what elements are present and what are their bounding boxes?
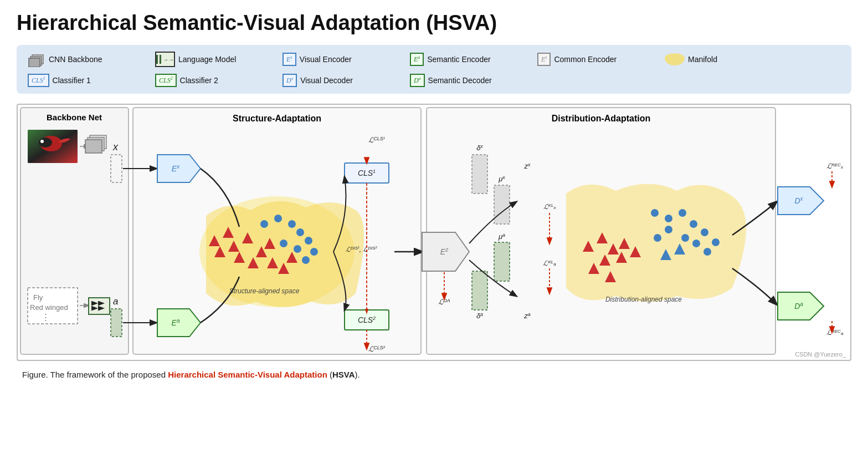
cls2-icon: CLS2 xyxy=(155,74,177,87)
caption-suffix: ). xyxy=(355,370,360,379)
svg-point-43 xyxy=(296,228,304,236)
legend-bar: CNN Backbone →→ Language Model Ex Visual… xyxy=(17,45,851,94)
svg-rect-62 xyxy=(472,271,487,310)
dist-aligned-label: Distribution-aligned space xyxy=(605,296,682,303)
legend-semantic-decoder: Da Semantic Decoder xyxy=(410,74,521,87)
svg-point-41 xyxy=(274,215,282,222)
legend-cnn-label: CNN Backbone xyxy=(49,55,102,64)
svg-point-75 xyxy=(665,215,672,222)
svg-rect-16 xyxy=(89,298,110,314)
legend-cls1-label: Classifier 1 xyxy=(53,76,91,85)
legend-cnn-backbone: CNN Backbone xyxy=(28,52,138,67)
legend-visual-decoder: Dx Visual Decoder xyxy=(283,74,393,87)
lang-model-icon: →→ xyxy=(155,52,175,67)
svg-point-8 xyxy=(40,140,44,143)
svg-rect-63 xyxy=(494,242,510,281)
svg-point-78 xyxy=(701,228,708,236)
svg-point-47 xyxy=(310,248,318,256)
cnn-icon xyxy=(28,52,45,67)
svg-point-44 xyxy=(305,237,312,245)
svg-point-48 xyxy=(302,256,310,264)
svg-point-74 xyxy=(651,209,659,217)
svg-point-83 xyxy=(654,234,661,242)
svg-point-42 xyxy=(288,220,296,228)
svg-rect-21 xyxy=(111,309,122,337)
svg-point-82 xyxy=(665,226,672,233)
loss-rec-a: ℒRECa xyxy=(826,328,844,337)
legend-classifier1: CLS1 Classifier 1 xyxy=(28,74,138,87)
caption-bold: HSVA xyxy=(332,370,355,379)
svg-point-81 xyxy=(703,248,711,256)
page-title: Hierarchical Semantic-Visual Adaptation … xyxy=(17,11,851,35)
legend-row-2: CLS1 Classifier 1 CLS2 Classifier 2 Dx V… xyxy=(28,74,840,87)
svg-point-80 xyxy=(681,234,689,242)
vd-icon: Dx xyxy=(283,74,297,87)
diagram-svg: Backbone Net x Fly xyxy=(18,105,852,358)
legend-classifier2: CLS2 Classifier 2 xyxy=(155,74,266,87)
svg-rect-2 xyxy=(29,58,40,67)
sd-icon: Da xyxy=(410,74,425,87)
legend-cls2-label: Classifier 2 xyxy=(180,76,218,85)
struct-title: Structure-Adaptation xyxy=(233,114,321,123)
caption-middle: ( xyxy=(327,370,332,379)
legend-vd-label: Visual Decoder xyxy=(300,76,353,85)
common-encoder-icon: Ez xyxy=(537,53,551,66)
svg-rect-59 xyxy=(472,155,487,194)
legend-manifold: Manifold xyxy=(665,53,775,65)
svg-point-79 xyxy=(692,240,700,247)
caption-highlight: Hierarchical Semantic-Visual Adaptation xyxy=(168,370,327,379)
legend-semantic-encoder: Ea Semantic Encoder xyxy=(410,53,521,66)
backbone-title: Backbone Net xyxy=(47,113,102,122)
legend-row-1: CNN Backbone →→ Language Model Ex Visual… xyxy=(28,52,840,67)
legend-lang-label: Language Model xyxy=(178,55,236,64)
cls1-icon: CLS1 xyxy=(28,74,49,87)
x-label: x xyxy=(112,141,119,152)
legend-common-encoder: Ez Common Encoder xyxy=(537,53,648,66)
legend-sd-label: Semantic Decoder xyxy=(428,76,492,85)
a-label: a xyxy=(113,296,118,307)
figure-caption: Figure. The framework of the proposed Hi… xyxy=(17,370,851,379)
loss-rec-x: ℒRECx xyxy=(826,162,844,170)
legend-se-label: Semantic Encoder xyxy=(427,55,490,64)
svg-point-40 xyxy=(260,220,268,228)
svg-rect-60 xyxy=(494,185,510,224)
legend-language-model: →→ Language Model xyxy=(155,52,266,67)
fly-text-line2: Red winged xyxy=(30,303,68,312)
legend-visual-encoder: Ex Visual Encoder xyxy=(283,53,393,66)
legend-ce-label: Common Encoder xyxy=(554,55,617,64)
struct-aligned-label: Structure-aligned space xyxy=(229,287,300,295)
ellipsis: ⋮ xyxy=(42,312,50,322)
fly-text-line1: Fly xyxy=(33,293,43,302)
svg-point-46 xyxy=(280,240,287,247)
semantic-encoder-icon: Ea xyxy=(410,53,424,66)
svg-point-7 xyxy=(39,138,52,147)
legend-manifold-label: Manifold xyxy=(688,55,717,64)
diagram-container: Backbone Net x Fly xyxy=(17,104,851,361)
svg-point-77 xyxy=(690,220,697,228)
dist-title: Distribution-Adaptation xyxy=(552,114,651,123)
legend-ve-label: Visual Encoder xyxy=(300,55,352,64)
svg-point-45 xyxy=(294,245,301,253)
visual-encoder-icon: Ex xyxy=(283,53,296,66)
watermark: CSDN @Yuezero_ xyxy=(795,351,846,358)
manifold-icon xyxy=(665,53,685,65)
caption-prefix: Figure. The framework of the proposed xyxy=(22,370,168,379)
svg-point-76 xyxy=(679,209,686,217)
svg-rect-12 xyxy=(85,140,102,153)
svg-point-84 xyxy=(712,238,720,246)
